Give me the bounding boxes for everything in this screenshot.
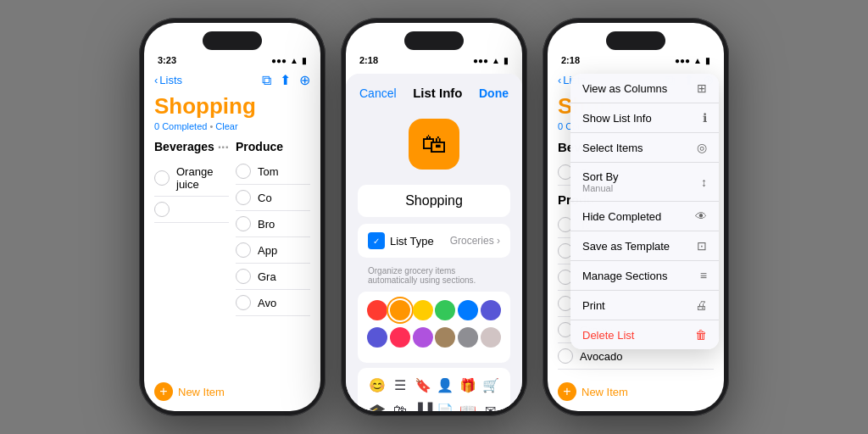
menu-item-view-columns[interactable]: View as Columns ⊞ xyxy=(570,74,719,103)
color-blue[interactable] xyxy=(458,300,478,320)
color-light[interactable] xyxy=(481,327,501,348)
check-circle[interactable] xyxy=(154,170,170,186)
plus-icon-1[interactable]: + xyxy=(154,382,173,401)
check-circle-tom[interactable] xyxy=(236,164,251,179)
back-chevron-1: ‹ xyxy=(154,74,158,86)
menu-icon-hide: 👁 xyxy=(695,209,707,223)
icon-row-2: 🎓 🛍 ▐▐ 📄 📖 ✉ xyxy=(366,400,502,411)
new-item-bar-1[interactable]: + New Item xyxy=(154,382,225,401)
color-indigo[interactable] xyxy=(481,300,501,320)
page-title-1: Shopping xyxy=(154,93,310,120)
color-violet[interactable] xyxy=(413,327,433,348)
menu-label-view-columns: View as Columns xyxy=(582,82,667,95)
menu-icon-view-columns: ⊞ xyxy=(697,81,707,95)
status-icons-1: ●●● ▲ ▮ xyxy=(271,56,307,65)
menu-item-print[interactable]: Print 🖨 xyxy=(570,291,719,320)
wifi-icon-3: ▲ xyxy=(693,56,702,65)
cancel-button[interactable]: Cancel xyxy=(359,86,397,100)
menu-icon-sections: ≡ xyxy=(700,269,707,282)
time-3: 2:18 xyxy=(561,55,580,65)
gift-icon[interactable]: 🎁 xyxy=(458,375,478,395)
color-green[interactable] xyxy=(435,300,455,320)
new-item-bar-3[interactable]: + New Item xyxy=(558,382,628,401)
list-type-value: Groceries › xyxy=(450,235,500,247)
list-type-section: ✓ List Type Groceries › xyxy=(358,224,510,258)
check-circle-bro[interactable] xyxy=(236,216,251,231)
signal-icon-2: ●●● xyxy=(473,56,488,65)
time-1: 3:23 xyxy=(158,55,176,65)
menu-item-list-info[interactable]: Show List Info ℹ xyxy=(570,103,719,133)
color-purple[interactable] xyxy=(367,327,387,348)
color-brown[interactable] xyxy=(435,327,455,348)
menu-sort-content: Sort By Manual xyxy=(582,170,619,193)
color-pink[interactable] xyxy=(390,327,410,348)
color-orange[interactable] xyxy=(390,300,410,320)
dynamic-island-2 xyxy=(404,31,464,50)
menu-icon-delete: 🗑 xyxy=(695,328,707,342)
phone-1-screen: 3:23 ●●● ▲ ▮ ‹ Lists ⧉ ⬆ ⊕ Shopping 0 Co… xyxy=(144,23,320,411)
battery-icon-2: ▮ xyxy=(504,56,509,65)
context-menu: View as Columns ⊞ Show List Info ℹ Selec… xyxy=(570,74,719,349)
more-icon-1[interactable]: ⊕ xyxy=(299,72,310,88)
share-icon-1[interactable]: ⬆ xyxy=(280,72,291,88)
check-circle-co[interactable] xyxy=(236,190,251,205)
menu-label-template: Save as Template xyxy=(582,240,670,253)
plus-icon-3[interactable]: + xyxy=(558,382,576,401)
menu-label-list-info: Show List Info xyxy=(582,112,652,125)
mail-icon[interactable]: ✉ xyxy=(481,400,501,411)
person-icon[interactable]: 👤 xyxy=(435,375,455,395)
menu-label-hide: Hide Completed xyxy=(582,210,661,223)
time-2: 2:18 xyxy=(359,55,378,65)
list-item-bro: Bro xyxy=(236,211,310,237)
book-icon[interactable]: 📖 xyxy=(458,400,478,411)
icon-row-1: 😊 ☰ 🔖 👤 🎁 🛒 xyxy=(366,375,502,395)
menu-item-hide[interactable]: Hide Completed 👁 xyxy=(570,202,719,231)
back-chevron-3: ‹ xyxy=(558,74,561,86)
back-button-1[interactable]: ‹ Lists xyxy=(154,74,182,86)
menu-icon-sort: ↕ xyxy=(701,175,707,189)
meat-section-header: Meat ∨ xyxy=(558,376,714,380)
signal-icon-3: ●●● xyxy=(675,56,690,65)
menu-item-template[interactable]: Save as Template ⊡ xyxy=(570,231,719,261)
produce-col: Produce Tom Co Bro xyxy=(236,140,310,316)
status-icons-3: ●●● ▲ ▮ xyxy=(675,56,710,65)
grad-icon[interactable]: 🎓 xyxy=(367,400,387,411)
bars-icon[interactable]: ▐▐ xyxy=(413,400,433,411)
menu-item-sort[interactable]: Sort By Manual ↕ xyxy=(570,163,719,202)
check-circle-empty[interactable] xyxy=(154,202,170,217)
subtitle-1: 0 Completed • Clear xyxy=(154,121,310,131)
list-type-row[interactable]: ✓ List Type Groceries › xyxy=(358,224,510,258)
wifi-icon-2: ▲ xyxy=(492,56,500,65)
list-item-avo: Avo xyxy=(236,290,310,316)
menu-sub-sort: Manual xyxy=(582,183,619,193)
menu-item-select[interactable]: Select Items ◎ xyxy=(570,133,719,163)
menu-icon-print: 🖨 xyxy=(695,298,707,312)
done-button[interactable]: Done xyxy=(479,86,509,100)
cart-icon[interactable]: 🛒 xyxy=(481,375,501,395)
list-name-field[interactable]: Shopping xyxy=(358,185,510,217)
color-red[interactable] xyxy=(367,300,387,320)
menu-item-sections[interactable]: Manage Sections ≡ xyxy=(570,261,719,291)
screen-content-1: Shopping 0 Completed • Clear Beverages ·… xyxy=(144,93,320,380)
menu-item-delete[interactable]: Delete List 🗑 xyxy=(570,320,719,349)
beverages-dots[interactable]: ··· xyxy=(218,140,229,155)
check-circle-gra[interactable] xyxy=(236,269,251,284)
copy-icon-1[interactable]: ⧉ xyxy=(262,73,271,88)
list-icon-circle[interactable]: 🛍 xyxy=(409,119,459,170)
emoji-icon[interactable]: 😊 xyxy=(367,375,387,395)
doc-icon[interactable]: 📄 xyxy=(435,400,455,411)
modal-nav: Cancel List Info Done xyxy=(346,74,522,108)
list-item-app: App xyxy=(236,237,310,264)
list-item-gra: Gra xyxy=(236,264,310,290)
check-circle-avocado[interactable] xyxy=(558,348,573,364)
color-gray[interactable] xyxy=(458,327,478,348)
check-circle-app[interactable] xyxy=(236,242,251,258)
color-yellow[interactable] xyxy=(413,300,433,320)
status-icons-2: ●●● ▲ ▮ xyxy=(473,56,509,65)
check-circle-avo[interactable] xyxy=(236,295,251,310)
list-icon[interactable]: ☰ xyxy=(390,375,410,395)
signal-icon: ●●● xyxy=(271,56,287,65)
list-type-icon: ✓ xyxy=(368,232,385,249)
bag-icon[interactable]: 🛍 xyxy=(390,400,410,411)
bookmark-icon[interactable]: 🔖 xyxy=(413,375,433,395)
